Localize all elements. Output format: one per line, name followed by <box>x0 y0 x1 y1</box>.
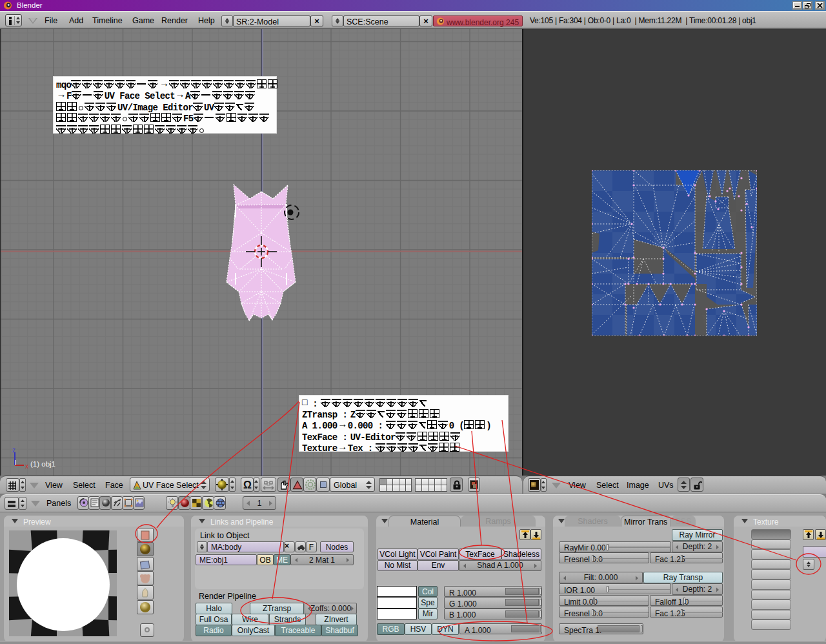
svg-text:x: x <box>25 463 28 470</box>
svg-text:z: z <box>12 447 15 454</box>
